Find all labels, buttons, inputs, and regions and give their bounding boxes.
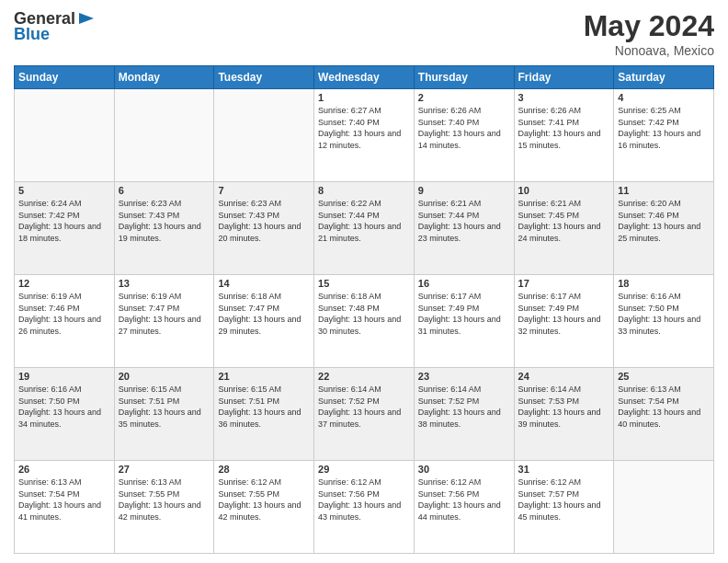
header: General Blue May 2024 Nonoava, Mexico	[14, 9, 714, 58]
day-number: 15	[318, 278, 410, 289]
calendar-cell: 25Sunrise: 6:13 AM Sunset: 7:54 PM Dayli…	[614, 368, 714, 461]
calendar-cell: 27Sunrise: 6:13 AM Sunset: 7:55 PM Dayli…	[114, 461, 214, 554]
calendar-cell: 20Sunrise: 6:15 AM Sunset: 7:51 PM Dayli…	[114, 368, 214, 461]
day-info: Sunrise: 6:12 AM Sunset: 7:56 PM Dayligh…	[318, 477, 410, 523]
calendar-cell	[214, 89, 314, 182]
day-number: 16	[418, 278, 510, 289]
day-info: Sunrise: 6:19 AM Sunset: 7:46 PM Dayligh…	[18, 291, 110, 337]
calendar-week-0: 1Sunrise: 6:27 AM Sunset: 7:40 PM Daylig…	[15, 89, 714, 182]
day-number: 14	[218, 278, 310, 289]
day-number: 28	[218, 464, 310, 475]
day-info: Sunrise: 6:12 AM Sunset: 7:56 PM Dayligh…	[418, 477, 510, 523]
day-number: 1	[318, 92, 410, 103]
day-info: Sunrise: 6:12 AM Sunset: 7:57 PM Dayligh…	[518, 477, 610, 523]
day-info: Sunrise: 6:13 AM Sunset: 7:55 PM Dayligh…	[119, 477, 210, 523]
day-info: Sunrise: 6:27 AM Sunset: 7:40 PM Dayligh…	[318, 105, 410, 151]
title-block: May 2024 Nonoava, Mexico	[584, 9, 714, 58]
header-friday: Friday	[514, 66, 614, 89]
calendar-week-2: 12Sunrise: 6:19 AM Sunset: 7:46 PM Dayli…	[15, 275, 714, 368]
day-info: Sunrise: 6:23 AM Sunset: 7:43 PM Dayligh…	[119, 198, 210, 244]
calendar-header-row: SundayMondayTuesdayWednesdayThursdayFrid…	[15, 66, 714, 89]
day-info: Sunrise: 6:16 AM Sunset: 7:50 PM Dayligh…	[618, 291, 710, 337]
day-info: Sunrise: 6:21 AM Sunset: 7:44 PM Dayligh…	[418, 198, 510, 244]
logo-flag-icon	[77, 11, 96, 28]
day-number: 25	[618, 371, 710, 382]
day-info: Sunrise: 6:14 AM Sunset: 7:53 PM Dayligh…	[518, 384, 610, 430]
logo-blue: Blue	[14, 25, 50, 44]
day-info: Sunrise: 6:16 AM Sunset: 7:50 PM Dayligh…	[18, 384, 110, 430]
calendar-cell: 6Sunrise: 6:23 AM Sunset: 7:43 PM Daylig…	[114, 182, 214, 275]
day-info: Sunrise: 6:25 AM Sunset: 7:42 PM Dayligh…	[618, 105, 710, 151]
header-tuesday: Tuesday	[214, 66, 314, 89]
day-number: 11	[618, 185, 710, 196]
calendar-cell	[114, 89, 214, 182]
day-number: 22	[318, 371, 410, 382]
calendar-cell: 3Sunrise: 6:26 AM Sunset: 7:41 PM Daylig…	[514, 89, 614, 182]
header-monday: Monday	[114, 66, 214, 89]
calendar-table: SundayMondayTuesdayWednesdayThursdayFrid…	[14, 65, 714, 554]
day-info: Sunrise: 6:15 AM Sunset: 7:51 PM Dayligh…	[119, 384, 210, 430]
day-info: Sunrise: 6:12 AM Sunset: 7:55 PM Dayligh…	[218, 477, 310, 523]
calendar-cell: 23Sunrise: 6:14 AM Sunset: 7:52 PM Dayli…	[414, 368, 514, 461]
day-number: 31	[518, 464, 610, 475]
day-number: 29	[318, 464, 410, 475]
day-number: 2	[418, 92, 510, 103]
calendar-cell: 19Sunrise: 6:16 AM Sunset: 7:50 PM Dayli…	[15, 368, 115, 461]
day-info: Sunrise: 6:23 AM Sunset: 7:43 PM Dayligh…	[218, 198, 310, 244]
calendar-location: Nonoava, Mexico	[584, 43, 714, 58]
svg-marker-0	[79, 13, 94, 24]
calendar-cell: 14Sunrise: 6:18 AM Sunset: 7:47 PM Dayli…	[214, 275, 314, 368]
day-info: Sunrise: 6:18 AM Sunset: 7:48 PM Dayligh…	[318, 291, 410, 337]
calendar-cell: 18Sunrise: 6:16 AM Sunset: 7:50 PM Dayli…	[614, 275, 714, 368]
day-number: 8	[318, 185, 410, 196]
calendar-cell	[15, 89, 115, 182]
calendar-cell: 11Sunrise: 6:20 AM Sunset: 7:46 PM Dayli…	[614, 182, 714, 275]
calendar-cell: 15Sunrise: 6:18 AM Sunset: 7:48 PM Dayli…	[314, 275, 415, 368]
logo: General Blue	[14, 9, 96, 44]
calendar-body: 1Sunrise: 6:27 AM Sunset: 7:40 PM Daylig…	[15, 89, 714, 554]
calendar-cell	[614, 461, 714, 554]
day-number: 21	[218, 371, 310, 382]
day-number: 3	[518, 92, 610, 103]
day-info: Sunrise: 6:24 AM Sunset: 7:42 PM Dayligh…	[18, 198, 110, 244]
calendar-cell: 9Sunrise: 6:21 AM Sunset: 7:44 PM Daylig…	[414, 182, 514, 275]
day-info: Sunrise: 6:20 AM Sunset: 7:46 PM Dayligh…	[618, 198, 710, 244]
calendar-cell: 29Sunrise: 6:12 AM Sunset: 7:56 PM Dayli…	[314, 461, 415, 554]
calendar-cell: 1Sunrise: 6:27 AM Sunset: 7:40 PM Daylig…	[314, 89, 415, 182]
calendar-cell: 30Sunrise: 6:12 AM Sunset: 7:56 PM Dayli…	[414, 461, 514, 554]
day-number: 9	[418, 185, 510, 196]
page: General Blue May 2024 Nonoava, Mexico Su…	[0, 0, 728, 563]
header-saturday: Saturday	[614, 66, 714, 89]
calendar-week-1: 5Sunrise: 6:24 AM Sunset: 7:42 PM Daylig…	[15, 182, 714, 275]
calendar-cell: 5Sunrise: 6:24 AM Sunset: 7:42 PM Daylig…	[15, 182, 115, 275]
day-info: Sunrise: 6:14 AM Sunset: 7:52 PM Dayligh…	[318, 384, 410, 430]
day-number: 24	[518, 371, 610, 382]
day-number: 7	[218, 185, 310, 196]
day-info: Sunrise: 6:17 AM Sunset: 7:49 PM Dayligh…	[518, 291, 610, 337]
calendar-cell: 17Sunrise: 6:17 AM Sunset: 7:49 PM Dayli…	[514, 275, 614, 368]
day-info: Sunrise: 6:17 AM Sunset: 7:49 PM Dayligh…	[418, 291, 510, 337]
header-wednesday: Wednesday	[314, 66, 415, 89]
calendar-cell: 24Sunrise: 6:14 AM Sunset: 7:53 PM Dayli…	[514, 368, 614, 461]
day-number: 18	[618, 278, 710, 289]
day-number: 5	[18, 185, 110, 196]
calendar-cell: 7Sunrise: 6:23 AM Sunset: 7:43 PM Daylig…	[214, 182, 314, 275]
day-number: 10	[518, 185, 610, 196]
day-info: Sunrise: 6:26 AM Sunset: 7:40 PM Dayligh…	[418, 105, 510, 151]
day-number: 19	[18, 371, 110, 382]
header-thursday: Thursday	[414, 66, 514, 89]
day-number: 23	[418, 371, 510, 382]
day-number: 13	[119, 278, 210, 289]
calendar-cell: 21Sunrise: 6:15 AM Sunset: 7:51 PM Dayli…	[214, 368, 314, 461]
day-info: Sunrise: 6:15 AM Sunset: 7:51 PM Dayligh…	[218, 384, 310, 430]
calendar-week-3: 19Sunrise: 6:16 AM Sunset: 7:50 PM Dayli…	[15, 368, 714, 461]
calendar-cell: 10Sunrise: 6:21 AM Sunset: 7:45 PM Dayli…	[514, 182, 614, 275]
day-info: Sunrise: 6:21 AM Sunset: 7:45 PM Dayligh…	[518, 198, 610, 244]
day-number: 6	[119, 185, 210, 196]
calendar-cell: 8Sunrise: 6:22 AM Sunset: 7:44 PM Daylig…	[314, 182, 415, 275]
day-info: Sunrise: 6:18 AM Sunset: 7:47 PM Dayligh…	[218, 291, 310, 337]
calendar-cell: 2Sunrise: 6:26 AM Sunset: 7:40 PM Daylig…	[414, 89, 514, 182]
calendar-cell: 22Sunrise: 6:14 AM Sunset: 7:52 PM Dayli…	[314, 368, 415, 461]
day-number: 27	[119, 464, 210, 475]
day-info: Sunrise: 6:13 AM Sunset: 7:54 PM Dayligh…	[18, 477, 110, 523]
